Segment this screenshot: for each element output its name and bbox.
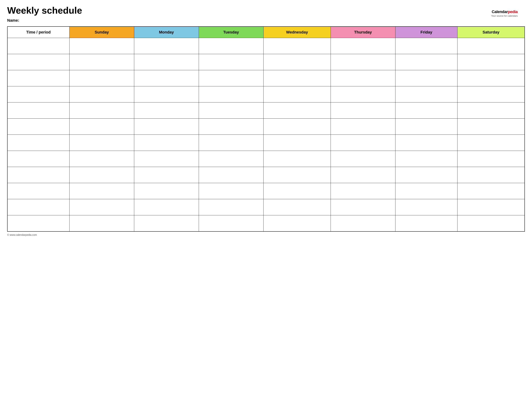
schedule-cell[interactable]: [457, 151, 525, 167]
schedule-cell[interactable]: [199, 135, 263, 151]
time-cell[interactable]: [7, 70, 69, 86]
schedule-cell[interactable]: [199, 119, 263, 135]
schedule-cell[interactable]: [134, 86, 199, 102]
schedule-cell[interactable]: [395, 119, 457, 135]
header-friday: Friday: [395, 26, 457, 38]
schedule-cell[interactable]: [395, 102, 457, 119]
schedule-cell[interactable]: [134, 167, 199, 183]
schedule-cell[interactable]: [134, 135, 199, 151]
schedule-cell[interactable]: [331, 86, 395, 102]
schedule-cell[interactable]: [263, 119, 331, 135]
schedule-cell[interactable]: [395, 199, 457, 215]
schedule-cell[interactable]: [69, 102, 134, 119]
time-cell[interactable]: [7, 38, 69, 54]
schedule-cell[interactable]: [395, 54, 457, 70]
logo-brand: Calendarpedia: [491, 9, 518, 15]
schedule-cell[interactable]: [457, 38, 525, 54]
schedule-cell[interactable]: [69, 38, 134, 54]
schedule-cell[interactable]: [331, 215, 395, 231]
time-cell[interactable]: [7, 215, 69, 231]
schedule-cell[interactable]: [134, 70, 199, 86]
schedule-cell[interactable]: [263, 54, 331, 70]
schedule-cell[interactable]: [69, 119, 134, 135]
time-cell[interactable]: [7, 183, 69, 199]
schedule-cell[interactable]: [199, 70, 263, 86]
schedule-cell[interactable]: [199, 86, 263, 102]
schedule-cell[interactable]: [457, 54, 525, 70]
schedule-cell[interactable]: [199, 215, 263, 231]
schedule-cell[interactable]: [134, 199, 199, 215]
schedule-cell[interactable]: [395, 70, 457, 86]
schedule-cell[interactable]: [199, 151, 263, 167]
schedule-cell[interactable]: [134, 54, 199, 70]
schedule-cell[interactable]: [263, 151, 331, 167]
schedule-cell[interactable]: [457, 135, 525, 151]
schedule-cell[interactable]: [69, 151, 134, 167]
schedule-cell[interactable]: [395, 215, 457, 231]
schedule-cell[interactable]: [457, 86, 525, 102]
logo: Calendarpedia Your source for calendars: [491, 9, 518, 17]
schedule-cell[interactable]: [69, 199, 134, 215]
schedule-cell[interactable]: [331, 70, 395, 86]
schedule-cell[interactable]: [69, 86, 134, 102]
time-cell[interactable]: [7, 54, 69, 70]
time-cell[interactable]: [7, 86, 69, 102]
schedule-cell[interactable]: [134, 102, 199, 119]
schedule-cell[interactable]: [457, 167, 525, 183]
schedule-cell[interactable]: [457, 199, 525, 215]
schedule-cell[interactable]: [331, 135, 395, 151]
schedule-cell[interactable]: [331, 119, 395, 135]
schedule-cell[interactable]: [263, 183, 331, 199]
schedule-cell[interactable]: [457, 215, 525, 231]
schedule-cell[interactable]: [199, 183, 263, 199]
time-cell[interactable]: [7, 151, 69, 167]
time-cell[interactable]: [7, 167, 69, 183]
schedule-cell[interactable]: [134, 215, 199, 231]
schedule-cell[interactable]: [263, 167, 331, 183]
schedule-cell[interactable]: [395, 167, 457, 183]
time-cell[interactable]: [7, 135, 69, 151]
schedule-cell[interactable]: [69, 70, 134, 86]
schedule-cell[interactable]: [395, 151, 457, 167]
schedule-cell[interactable]: [134, 151, 199, 167]
time-cell[interactable]: [7, 119, 69, 135]
schedule-cell[interactable]: [331, 54, 395, 70]
time-cell[interactable]: [7, 199, 69, 215]
schedule-cell[interactable]: [331, 38, 395, 54]
schedule-cell[interactable]: [69, 215, 134, 231]
schedule-cell[interactable]: [395, 86, 457, 102]
schedule-cell[interactable]: [331, 183, 395, 199]
schedule-cell[interactable]: [263, 86, 331, 102]
schedule-cell[interactable]: [263, 135, 331, 151]
schedule-cell[interactable]: [457, 119, 525, 135]
schedule-cell[interactable]: [69, 135, 134, 151]
schedule-cell[interactable]: [331, 102, 395, 119]
schedule-cell[interactable]: [134, 38, 199, 54]
schedule-cell[interactable]: [395, 38, 457, 54]
schedule-cell[interactable]: [69, 54, 134, 70]
schedule-cell[interactable]: [263, 70, 331, 86]
schedule-cell[interactable]: [134, 119, 199, 135]
schedule-cell[interactable]: [331, 167, 395, 183]
schedule-cell[interactable]: [395, 135, 457, 151]
schedule-cell[interactable]: [331, 199, 395, 215]
schedule-cell[interactable]: [69, 167, 134, 183]
schedule-cell[interactable]: [199, 38, 263, 54]
schedule-cell[interactable]: [457, 183, 525, 199]
schedule-cell[interactable]: [263, 215, 331, 231]
schedule-cell[interactable]: [134, 183, 199, 199]
schedule-cell[interactable]: [69, 183, 134, 199]
schedule-cell[interactable]: [199, 167, 263, 183]
schedule-cell[interactable]: [331, 151, 395, 167]
schedule-cell[interactable]: [199, 199, 263, 215]
time-cell[interactable]: [7, 102, 69, 119]
schedule-cell[interactable]: [199, 102, 263, 119]
schedule-cell[interactable]: [395, 183, 457, 199]
schedule-cell[interactable]: [263, 199, 331, 215]
schedule-cell[interactable]: [457, 70, 525, 86]
header-monday: Monday: [134, 26, 199, 38]
schedule-cell[interactable]: [199, 54, 263, 70]
schedule-cell[interactable]: [263, 102, 331, 119]
schedule-cell[interactable]: [263, 38, 331, 54]
schedule-cell[interactable]: [457, 102, 525, 119]
